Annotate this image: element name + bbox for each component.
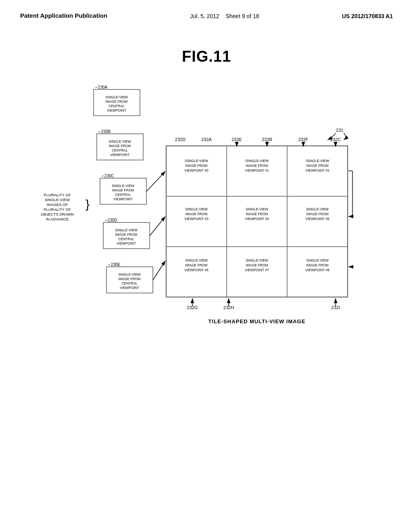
svg-text:IMAGE FROM: IMAGE FROM [112,188,134,192]
publication-date: Jul. 5, 2012 Sheet 9 of 18 [190,11,259,19]
svg-text:IMAGE FROM: IMAGE FROM [307,164,329,168]
figure-title: FIG.11 [182,48,231,65]
svg-text:/SINGLE-VIEW: /SINGLE-VIEW [245,159,269,163]
svg-text:PLURALITY OF: PLURALITY OF [44,207,71,212]
svg-text:⌐230E: ⌐230E [108,262,121,267]
svg-text:⌐230B: ⌐230B [99,129,111,134]
svg-text:CENTRAL: CENTRAL [115,193,131,197]
svg-line-82 [150,216,165,236]
svg-text:VIEWPOINT #5: VIEWPOINT #5 [305,217,330,221]
svg-text:232C: 232C [330,137,341,142]
svg-text:SINGLE-VIEW: SINGLE-VIEW [112,184,134,188]
svg-text:SINGLE-VIEW: SINGLE-VIEW [185,207,208,211]
svg-text:VIEWPOINT: VIEWPOINT [107,108,126,112]
svg-text:VIEWPOINT: VIEWPOINT [120,286,139,290]
svg-text:OBJECTS DRAWN: OBJECTS DRAWN [41,212,74,216]
svg-text:}: } [86,197,90,211]
svg-text:VIEWPOINT: VIEWPOINT [117,241,136,245]
svg-text:VIEWPOINT #7: VIEWPOINT #7 [245,268,269,272]
svg-text:SINGLE-VIEW: SINGLE-VIEW [108,139,131,143]
svg-line-83 [153,261,165,280]
svg-text:VIEWPOINT #8: VIEWPOINT #8 [305,268,330,272]
svg-text:VIEWPOINT #2: VIEWPOINT #2 [305,168,330,172]
diagram-svg: PLURALITY OF SINGLE-VIEW IMAGES OF PLURA… [53,77,360,343]
svg-text:232F: 232F [298,137,308,142]
svg-text:VIEWPOINT: VIEWPOINT [110,153,129,157]
svg-text:232E: 232E [232,137,242,142]
svg-text:IMAGES OF: IMAGES OF [47,202,68,207]
svg-text:IMAGE FROM: IMAGE FROM [119,277,141,281]
svg-text:IMAGE FROM: IMAGE FROM [106,100,128,104]
svg-text:/SINGLE-VIEW: /SINGLE-VIEW [185,159,208,163]
svg-text:VIEWPOINT #6: VIEWPOINT #6 [184,268,209,272]
svg-text:CENTRAL: CENTRAL [118,237,134,241]
svg-text:SINGLE-VIEW: SINGLE-VIEW [118,272,141,276]
svg-text:CENTRAL: CENTRAL [108,104,125,108]
svg-text:232D: 232D [175,137,186,142]
svg-text:CENTRAL: CENTRAL [112,148,128,152]
svg-text:SINGLE-VIEW: SINGLE-VIEW [306,207,329,211]
svg-text:232B: 232B [262,137,272,142]
svg-text:VIEWPOINT #0: VIEWPOINT #0 [184,168,209,172]
svg-text:SINGLE-VIEW: SINGLE-VIEW [246,258,268,262]
figure-area: FIG.11 PLURALITY OF SINGLE-VIEW IMAGES O… [0,48,413,343]
svg-text:IMAGE FROM: IMAGE FROM [307,263,329,267]
svg-text:IMAGE FROM: IMAGE FROM [109,144,131,148]
svg-text:IMAGE FROM: IMAGE FROM [186,263,208,267]
bottom-caption: TILE-SHAPED MULTI-VIEW IMAGE [209,318,306,324]
svg-text:IMAGE FROM: IMAGE FROM [186,164,208,168]
svg-text:SINGLE-VIEW: SINGLE-VIEW [246,207,268,211]
publication-title: Patent Application Publication [20,11,107,20]
patent-number: US 2012/170833 A1 [342,11,393,19]
svg-text:IMAGE FROM: IMAGE FROM [307,212,329,216]
svg-text:IN ADVANCE: IN ADVANCE [46,217,69,221]
svg-text:⌐230A: ⌐230A [96,85,108,89]
svg-text:⌐230C: ⌐230C [102,174,114,178]
svg-text:SINGLE-VIEW: SINGLE-VIEW [45,197,70,202]
svg-text:232A: 232A [201,137,212,142]
plurality-label: PLURALITY OF [44,193,71,197]
svg-text:IMAGE FROM: IMAGE FROM [246,164,268,168]
svg-line-81 [146,171,165,191]
svg-text:VIEWPOINT #3: VIEWPOINT #3 [184,217,209,221]
svg-text:VIEWPOINT: VIEWPOINT [113,197,133,201]
svg-text:SINGLE-VIEW: SINGLE-VIEW [306,258,329,262]
svg-text:IMAGE FROM: IMAGE FROM [115,233,138,237]
svg-text:IMAGE FROM: IMAGE FROM [246,263,268,267]
svg-text:VIEWPOINT #4: VIEWPOINT #4 [245,217,269,221]
header: Patent Application Publication Jul. 5, 2… [0,0,413,24]
svg-text:⌐230D: ⌐230D [105,218,117,222]
svg-text:IMAGE FROM: IMAGE FROM [186,212,208,216]
svg-text:/SINGLE-VIEW: /SINGLE-VIEW [306,159,329,163]
svg-text:SINGLE-VIEW: SINGLE-VIEW [185,258,208,262]
svg-text:SINGLE-VIEW: SINGLE-VIEW [115,228,138,232]
svg-text:IMAGE FROM: IMAGE FROM [246,212,268,216]
svg-text:231: 231 [336,128,343,133]
svg-text:VIEWPOINT #1: VIEWPOINT #1 [245,168,269,172]
svg-text:SINGLE-VIEW: SINGLE-VIEW [105,95,128,99]
svg-text:CENTRAL: CENTRAL [121,281,138,285]
